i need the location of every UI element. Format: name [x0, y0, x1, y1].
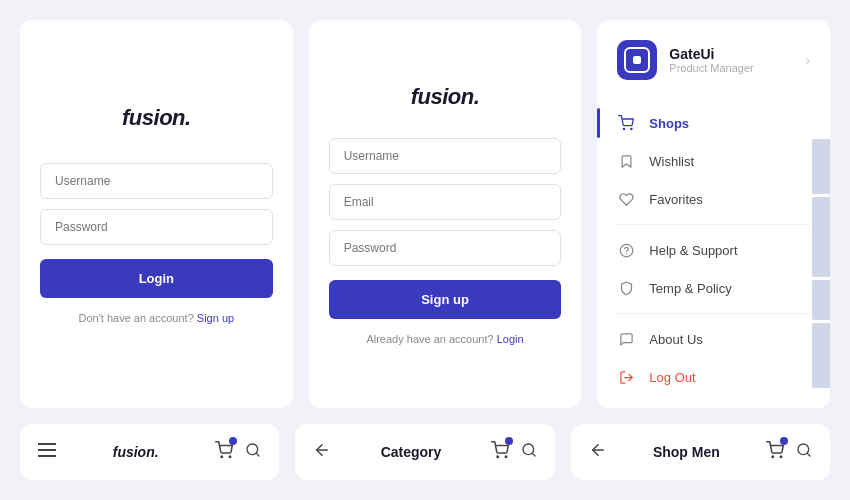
bar-3 [812, 280, 830, 320]
signup-link[interactable]: Sign up [197, 312, 234, 324]
help-label: Help & Support [649, 243, 737, 258]
bottom-nav-icons-2 [491, 441, 537, 463]
menu-item-about[interactable]: About Us [597, 320, 830, 358]
svg-point-9 [230, 456, 232, 458]
username-group [40, 163, 273, 199]
shop-men-title: Shop Men [653, 444, 720, 460]
cart-icon-wrapper-2[interactable] [491, 441, 509, 463]
svg-point-0 [624, 128, 625, 129]
signup-password-input[interactable] [329, 230, 562, 266]
cart-badge-2 [505, 437, 513, 445]
avatar-inner [624, 47, 650, 73]
bar-1 [812, 139, 830, 194]
password-group [40, 209, 273, 245]
avatar [617, 40, 657, 80]
svg-line-21 [807, 453, 810, 456]
signup-email-input[interactable] [329, 184, 562, 220]
policy-label: Temp & Policy [649, 281, 731, 296]
menu-item-policy[interactable]: Temp & Policy [597, 269, 830, 307]
shops-icon [617, 114, 635, 132]
svg-point-1 [631, 128, 632, 129]
signup-card: fusion. Sign up Already have an account?… [309, 20, 582, 408]
bottom-nav-icons-3 [766, 441, 812, 463]
signup-username-input[interactable] [329, 138, 562, 174]
search-icon-1[interactable] [245, 442, 261, 462]
login-button[interactable]: Login [40, 259, 273, 298]
menu-icon[interactable] [38, 443, 56, 461]
logout-label: Log Out [649, 370, 695, 385]
menu-item-shops[interactable]: Shops [597, 104, 830, 142]
profile-info: GateUi Product Manager [669, 46, 805, 74]
svg-point-8 [221, 456, 223, 458]
menu-divider-1 [617, 224, 810, 225]
shops-label: Shops [649, 116, 689, 131]
svg-line-11 [256, 453, 259, 456]
login-link[interactable]: Login [497, 333, 524, 345]
back-arrow-icon-2[interactable] [589, 441, 607, 463]
cart-icon-wrapper[interactable] [215, 441, 233, 463]
cart-badge-3 [780, 437, 788, 445]
signup-prompt: Don't have an account? Sign up [79, 312, 235, 324]
signup-email-group [329, 184, 562, 220]
back-arrow-icon-1[interactable] [313, 441, 331, 463]
signup-password-group [329, 230, 562, 266]
svg-point-19 [780, 456, 782, 458]
cart-icon-wrapper-3[interactable] [766, 441, 784, 463]
login-card: fusion. Login Don't have an account? Sig… [20, 20, 293, 408]
bar-4 [812, 323, 830, 388]
about-label: About Us [649, 332, 702, 347]
menu-item-logout[interactable]: Log Out [597, 358, 830, 396]
cart-badge [229, 437, 237, 445]
menu-item-help[interactable]: Help & Support [597, 231, 830, 269]
category-title: Category [381, 444, 442, 460]
favorites-label: Favorites [649, 192, 702, 207]
wishlist-label: Wishlist [649, 154, 694, 169]
help-icon [617, 241, 635, 259]
favorites-icon [617, 190, 635, 208]
signup-button[interactable]: Sign up [329, 280, 562, 319]
password-input[interactable] [40, 209, 273, 245]
signup-username-group [329, 138, 562, 174]
login-logo: fusion. [122, 105, 191, 131]
wishlist-icon [617, 152, 635, 170]
chevron-right-icon: › [805, 52, 810, 68]
menu-item-favorites[interactable]: Favorites [597, 180, 830, 218]
svg-point-18 [772, 456, 774, 458]
profile-role: Product Manager [669, 62, 805, 74]
svg-point-13 [497, 456, 499, 458]
menu-divider-2 [617, 313, 810, 314]
svg-line-16 [532, 453, 535, 456]
policy-icon [617, 279, 635, 297]
profile-name: GateUi [669, 46, 805, 62]
search-icon-3[interactable] [796, 442, 812, 462]
side-chart [802, 80, 830, 408]
bottom-logo: fusion. [113, 444, 159, 460]
login-prompt: Already have an account? Login [366, 333, 523, 345]
search-icon-2[interactable] [521, 442, 537, 462]
menu-item-wishlist[interactable]: Wishlist [597, 142, 830, 180]
bottom-nav-3: Shop Men [571, 424, 830, 480]
bottom-nav-icons [215, 441, 261, 463]
bottom-nav-1: fusion. [20, 424, 279, 480]
signup-logo: fusion. [411, 84, 480, 110]
bar-2 [812, 197, 830, 277]
about-icon [617, 330, 635, 348]
avatar-dot [633, 56, 641, 64]
bottom-nav-2: Category [295, 424, 554, 480]
username-input[interactable] [40, 163, 273, 199]
profile-menu-card: GateUi Product Manager › Shops [597, 20, 830, 408]
menu-list: Shops Wishlist Favorites [597, 96, 830, 404]
logout-icon [617, 368, 635, 386]
svg-point-14 [505, 456, 507, 458]
profile-header[interactable]: GateUi Product Manager › [597, 20, 830, 96]
